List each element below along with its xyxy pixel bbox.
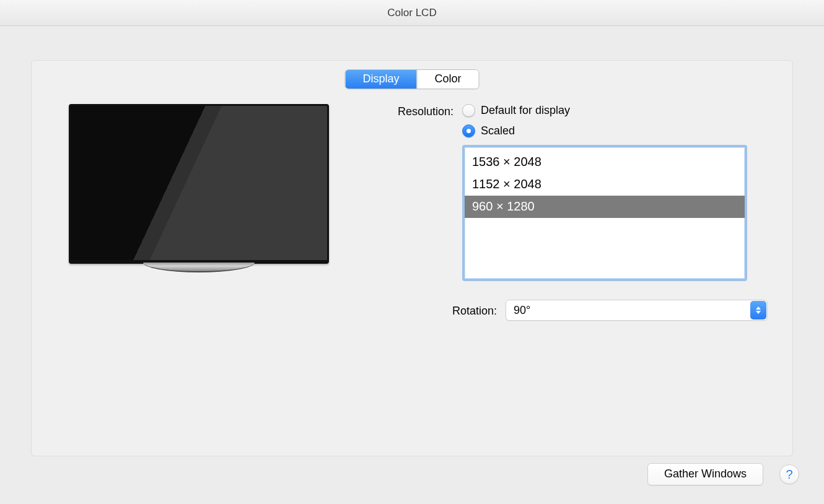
tab-control: Display Color bbox=[344, 69, 479, 89]
resolution-label: Resolution: bbox=[360, 104, 462, 118]
radio-default-label: Default for display bbox=[481, 104, 570, 117]
footer-controls: Gather Windows ? bbox=[647, 463, 799, 485]
radio-checked-icon bbox=[462, 124, 475, 137]
tab-display[interactable]: Display bbox=[345, 70, 416, 89]
settings-col: Resolution: Default for display Scaled 1… bbox=[360, 98, 768, 321]
radio-default-for-display[interactable]: Default for display bbox=[462, 104, 768, 117]
resolution-list-item[interactable]: 1536 × 2048 bbox=[465, 151, 745, 173]
resolution-list[interactable]: 1536 × 2048 1152 × 2048 960 × 1280 bbox=[462, 145, 747, 281]
gather-windows-button[interactable]: Gather Windows bbox=[647, 463, 763, 485]
monitor-preview-col bbox=[63, 98, 335, 321]
window-title: Color LCD bbox=[387, 7, 436, 19]
content-area: Display Color Resolution: Default for di… bbox=[0, 26, 824, 504]
resolution-list-item[interactable]: 1152 × 2048 bbox=[465, 173, 745, 196]
rotation-row: Rotation: 90° bbox=[360, 300, 768, 321]
radio-unchecked-icon bbox=[462, 104, 475, 117]
rotation-select-value: 90° bbox=[506, 300, 768, 321]
settings-panel: Resolution: Default for display Scaled 1… bbox=[31, 60, 793, 456]
rotation-label: Rotation: bbox=[360, 303, 506, 318]
rotation-select[interactable]: 90° bbox=[506, 300, 768, 321]
radio-scaled-label: Scaled bbox=[481, 124, 515, 137]
resolution-row: Resolution: Default for display Scaled 1… bbox=[360, 104, 768, 281]
chevron-up-icon bbox=[756, 306, 761, 310]
monitor-stand-icon bbox=[143, 263, 255, 272]
monitor-screen-icon bbox=[69, 104, 329, 264]
panel-inner: Resolution: Default for display Scaled 1… bbox=[63, 98, 768, 321]
window-title-bar: Color LCD bbox=[0, 0, 824, 26]
tab-color[interactable]: Color bbox=[417, 70, 479, 89]
select-stepper-icon bbox=[750, 301, 766, 319]
rotation-value-text: 90° bbox=[514, 304, 530, 317]
monitor-preview bbox=[69, 104, 329, 321]
chevron-down-icon bbox=[756, 311, 761, 314]
resolution-list-item-selected[interactable]: 960 × 1280 bbox=[465, 196, 745, 218]
radio-scaled[interactable]: Scaled bbox=[462, 124, 768, 137]
help-button[interactable]: ? bbox=[779, 464, 799, 484]
resolution-options: Default for display Scaled 1536 × 2048 1… bbox=[462, 104, 768, 281]
